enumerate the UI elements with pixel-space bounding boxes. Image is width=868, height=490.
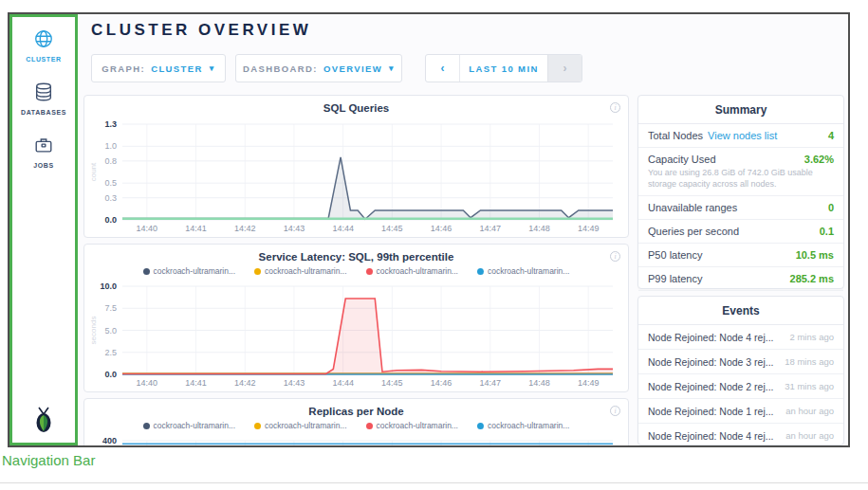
info-icon[interactable]: i <box>610 251 620 262</box>
globe-icon <box>33 36 54 52</box>
summary-row: Capacity Used3.62%You are using 26.8 GiB… <box>638 148 843 196</box>
graph-dropdown[interactable]: GRAPH: CLUSTER ▾ <box>91 54 226 82</box>
svg-text:14:46: 14:46 <box>431 378 452 388</box>
svg-text:14:43: 14:43 <box>284 378 305 388</box>
summary-row: Queries per second0.1 <box>638 220 843 244</box>
summary-value: 285.2 ms <box>790 273 834 284</box>
svg-text:0.3: 0.3 <box>104 193 117 203</box>
sidebar-item-jobs[interactable]: JOBS <box>12 135 75 169</box>
event-label: Node Rejoined: Node 1 rej... <box>648 406 774 417</box>
chart-plot: 14:4014:4114:4214:4314:4414:4514:4614:47… <box>88 435 624 445</box>
dashboard-dropdown-value: OVERVIEW <box>323 64 382 74</box>
summary-label: Queries per second <box>648 226 739 237</box>
event-row: Node Rejoined: Node 1 rej...an hour ago <box>638 399 843 424</box>
svg-text:0.8: 0.8 <box>104 156 117 166</box>
view-nodes-link[interactable]: View nodes list <box>708 130 777 141</box>
sidebar-item-databases[interactable]: DATABASES <box>12 82 75 116</box>
sidebar-item-cluster[interactable]: CLUSTER <box>12 28 75 63</box>
svg-text:1.0: 1.0 <box>104 141 117 151</box>
svg-text:14:45: 14:45 <box>381 378 403 388</box>
legend-item: cockroach-ultramarin... <box>366 421 458 430</box>
event-label: Node Rejoined: Node 2 rej... <box>648 381 774 392</box>
legend-item: cockroach-ultramarin... <box>143 421 235 430</box>
legend-item: cockroach-ultramarin... <box>254 266 346 276</box>
summary-value: 0 <box>828 202 834 213</box>
chart-plot: 14:4014:4114:4214:4314:4414:4514:4614:47… <box>88 281 624 390</box>
legend-item: cockroach-ultramarin... <box>143 266 235 276</box>
navigation-bar: CLUSTERDATABASESJOBS <box>9 14 78 445</box>
svg-text:14:47: 14:47 <box>479 378 501 388</box>
summary-row: Unavailable ranges0 <box>638 196 843 220</box>
event-row: Node Rejoined: Node 4 rej...an hour ago <box>638 424 843 445</box>
events-rows: Node Rejoined: Node 4 rej...2 mins agoNo… <box>638 325 843 445</box>
chart-legend: cockroach-ultramarin...cockroach-ultrama… <box>84 266 628 276</box>
svg-text:14:47: 14:47 <box>479 224 501 233</box>
events-title: Events <box>638 297 843 325</box>
info-icon[interactable]: i <box>610 406 620 416</box>
summary-title: Summary <box>638 96 843 124</box>
legend-dot-icon <box>477 268 484 275</box>
svg-text:seconds: seconds <box>89 317 98 345</box>
time-range-selector: ‹ LAST 10 MIN › <box>425 54 582 82</box>
svg-text:400: 400 <box>102 436 117 445</box>
legend-item: cockroach-ultramarin... <box>254 421 346 430</box>
svg-text:14:42: 14:42 <box>234 378 256 388</box>
chart-title: Service Latency: SQL, 99th percentile <box>84 251 628 263</box>
event-time: an hour ago <box>780 430 834 441</box>
controls-row: GRAPH: CLUSTER ▾ DASHBOARD: OVERVIEW ▾ ‹… <box>91 54 842 82</box>
chevron-down-icon: ▾ <box>389 64 395 73</box>
summary-value: 3.62% <box>804 154 834 165</box>
svg-text:2.5: 2.5 <box>104 348 117 357</box>
info-icon[interactable]: i <box>610 102 620 113</box>
summary-value: 10.5 ms <box>796 249 834 261</box>
summary-panel: Summary Total NodesView nodes list4Capac… <box>637 95 844 289</box>
event-time: 31 mins ago <box>779 381 834 391</box>
time-range-label[interactable]: LAST 10 MIN <box>460 55 547 82</box>
bottom-divider <box>0 482 868 483</box>
summary-row: Total NodesView nodes list4 <box>638 124 843 148</box>
graph-dropdown-label: GRAPH: <box>102 64 145 74</box>
svg-text:14:48: 14:48 <box>528 378 550 388</box>
svg-text:0.0: 0.0 <box>104 370 117 379</box>
svg-text:10.0: 10.0 <box>100 281 117 291</box>
briefcase-icon <box>33 142 54 158</box>
time-next-button[interactable]: › <box>547 55 582 82</box>
event-time: 2 mins ago <box>785 332 834 342</box>
dashboard-dropdown-label: DASHBOARD: <box>243 64 318 74</box>
cockroachdb-logo <box>12 407 75 437</box>
legend-dot-icon <box>143 423 150 429</box>
svg-text:14:48: 14:48 <box>528 224 550 233</box>
event-label: Node Rejoined: Node 4 rej... <box>648 332 774 343</box>
sidebar-item-label: CLUSTER <box>12 56 75 63</box>
event-row: Node Rejoined: Node 2 rej...31 mins ago <box>638 374 843 399</box>
chart-legend: cockroach-ultramarin...cockroach-ultrama… <box>84 421 628 430</box>
summary-row: P99 latency285.2 ms <box>638 267 843 291</box>
summary-row: P50 latency10.5 ms <box>638 244 843 267</box>
summary-subtext: You are using 26.8 GiB of 742.0 GiB usab… <box>648 168 834 190</box>
svg-text:5.0: 5.0 <box>104 326 117 336</box>
svg-text:0.0: 0.0 <box>104 215 117 225</box>
svg-text:14:46: 14:46 <box>431 224 452 233</box>
time-prev-button[interactable]: ‹ <box>426 55 460 82</box>
svg-text:14:45: 14:45 <box>381 224 403 233</box>
svg-text:14:44: 14:44 <box>332 224 354 233</box>
page-title: CLUSTER OVERVIEW <box>91 21 311 40</box>
event-time: an hour ago <box>780 406 834 416</box>
svg-text:14:40: 14:40 <box>137 224 158 233</box>
chart-card-service-latency: Service Latency: SQL, 99th percentile i … <box>83 244 629 392</box>
svg-text:14:44: 14:44 <box>332 378 354 388</box>
svg-text:14:43: 14:43 <box>284 224 305 233</box>
svg-text:14:49: 14:49 <box>578 224 600 233</box>
svg-text:14:42: 14:42 <box>234 224 256 233</box>
event-row: Node Rejoined: Node 4 rej...2 mins ago <box>638 325 843 350</box>
legend-item: cockroach-ultramarin... <box>477 266 569 276</box>
event-time: 18 mins ago <box>779 356 834 367</box>
dashboard-dropdown[interactable]: DASHBOARD: OVERVIEW ▾ <box>235 54 402 82</box>
legend-item: cockroach-ultramarin... <box>366 266 458 276</box>
chart-title: Replicas per Node <box>84 406 628 417</box>
summary-label: Unavailable ranges <box>648 202 737 213</box>
chevron-down-icon: ▾ <box>210 64 215 73</box>
chart-plot: 14:4014:4114:4214:4314:4414:4514:4614:47… <box>88 118 624 235</box>
summary-label: P50 latency <box>648 249 702 261</box>
svg-text:14:40: 14:40 <box>137 378 158 388</box>
